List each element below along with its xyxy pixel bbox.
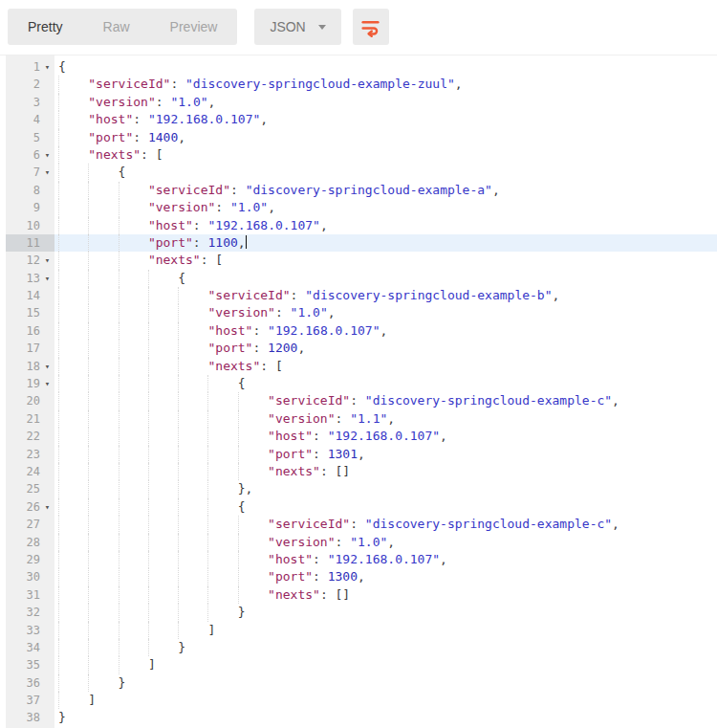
- tab-pretty[interactable]: Pretty: [8, 9, 83, 45]
- code-line[interactable]: 9"version": "1.0",: [6, 199, 717, 216]
- tab-preview[interactable]: Preview: [150, 9, 238, 45]
- code-line[interactable]: 28"version": "1.0",: [6, 534, 717, 551]
- code-line[interactable]: 24"nexts": []: [6, 463, 717, 480]
- code-line-content[interactable]: "port": 1400,: [54, 129, 185, 146]
- code-line-content[interactable]: }: [54, 674, 125, 692]
- code-line-content[interactable]: "host": "192.168.0.107",: [54, 322, 387, 340]
- language-select[interactable]: JSON: [254, 9, 340, 45]
- code-line-content[interactable]: "nexts": []: [54, 463, 350, 480]
- code-line-content[interactable]: "serviceId": "discovery-springcloud-exam…: [54, 287, 559, 304]
- code-line-content[interactable]: "nexts": [: [54, 146, 163, 164]
- fold-open-icon[interactable]: ▾: [40, 146, 54, 164]
- code-line-content[interactable]: "serviceId": "discovery-springcloud-exam…: [54, 516, 619, 533]
- line-number: 24: [6, 463, 40, 480]
- indent-guide: [238, 446, 268, 463]
- code-line[interactable]: 6▾"nexts": [: [6, 146, 717, 164]
- code-line[interactable]: 23"port": 1301,: [6, 446, 717, 463]
- code-line-content[interactable]: {: [54, 164, 125, 181]
- code-line[interactable]: 22"host": "192.168.0.107",: [6, 428, 717, 445]
- code-line-content[interactable]: "version": "1.0",: [54, 304, 336, 321]
- code-line[interactable]: 2"serviceId": "discovery-springcloud-exa…: [6, 76, 717, 93]
- code-line[interactable]: 8"serviceId": "discovery-springcloud-exa…: [6, 182, 717, 199]
- code-line[interactable]: 33]: [6, 622, 717, 639]
- code-line[interactable]: 11"port": 1100,: [6, 234, 717, 252]
- code-line-content[interactable]: "serviceId": "discovery-springcloud-exam…: [54, 182, 500, 199]
- code-line-content[interactable]: "version": "1.1",: [54, 410, 395, 428]
- code-line-content[interactable]: "host": "192.168.0.107",: [54, 217, 328, 234]
- code-line[interactable]: 14"serviceId": "discovery-springcloud-ex…: [6, 287, 717, 304]
- code-line-content[interactable]: "port": 1100,: [54, 234, 247, 252]
- code-line[interactable]: 37]: [6, 692, 717, 709]
- code-line-content[interactable]: "nexts": []: [54, 586, 350, 604]
- code-line-content[interactable]: "nexts": [: [54, 358, 283, 375]
- code-line-content[interactable]: "nexts": [: [54, 252, 223, 269]
- code-line[interactable]: 35]: [6, 656, 717, 673]
- code-line[interactable]: 34}: [6, 639, 717, 656]
- code-line[interactable]: 18▾"nexts": [: [6, 358, 717, 375]
- code-line-content[interactable]: "version": "1.0",: [54, 199, 275, 216]
- code-line[interactable]: 3"version": "1.0",: [6, 94, 717, 111]
- fold-spacer: [40, 692, 54, 709]
- code-line-content[interactable]: }: [54, 709, 66, 726]
- code-line[interactable]: 32}: [6, 604, 717, 621]
- code-line[interactable]: 29"host": "192.168.0.107",: [6, 551, 717, 568]
- code-line[interactable]: 10"host": "192.168.0.107",: [6, 217, 717, 234]
- code-line-content[interactable]: {: [54, 270, 185, 287]
- code-editor[interactable]: 1▾{2"serviceId": "discovery-springcloud-…: [0, 55, 717, 728]
- code-line-content[interactable]: }: [54, 604, 246, 621]
- fold-open-icon[interactable]: ▾: [40, 358, 54, 375]
- code-line-content[interactable]: "version": "1.0",: [54, 94, 215, 111]
- code-line-content[interactable]: "serviceId": "discovery-springcloud-exam…: [54, 392, 619, 409]
- code-line-content[interactable]: "host": "192.168.0.107",: [54, 428, 447, 445]
- fold-open-icon[interactable]: ▾: [40, 270, 54, 287]
- fold-open-icon[interactable]: ▾: [40, 498, 54, 516]
- code-line[interactable]: 20"serviceId": "discovery-springcloud-ex…: [6, 392, 717, 409]
- indent-guide: [178, 498, 207, 516]
- code-line[interactable]: 7▾{: [6, 164, 717, 181]
- code-line[interactable]: 38}: [6, 709, 717, 726]
- fold-open-icon[interactable]: ▾: [40, 252, 54, 269]
- code-line-content[interactable]: ]: [54, 656, 156, 673]
- code-line-content[interactable]: "version": "1.0",: [54, 534, 395, 551]
- indent-guide: [119, 586, 148, 604]
- indent-guide: [119, 287, 148, 304]
- code-line-content[interactable]: {: [54, 498, 246, 516]
- code-line[interactable]: 5"port": 1400,: [6, 129, 717, 146]
- code-line[interactable]: 31"nexts": []: [6, 586, 717, 604]
- code-line[interactable]: 15"version": "1.0",: [6, 304, 717, 321]
- code-line[interactable]: 21"version": "1.1",: [6, 410, 717, 428]
- code-line-content[interactable]: "serviceId": "discovery-springcloud-exam…: [54, 76, 463, 93]
- fold-open-icon[interactable]: ▾: [40, 58, 54, 76]
- code-line-content[interactable]: },: [54, 480, 252, 497]
- code-line[interactable]: 12▾"nexts": [: [6, 252, 717, 269]
- code-line-content[interactable]: "port": 1300,: [54, 568, 365, 585]
- code-line[interactable]: 25},: [6, 480, 717, 497]
- code-line[interactable]: 17"port": 1200,: [6, 340, 717, 357]
- code-line[interactable]: 13▾{: [6, 270, 717, 287]
- code-line[interactable]: 4"host": "192.168.0.107",: [6, 111, 717, 128]
- code-line[interactable]: 26▾{: [6, 498, 717, 516]
- code-line-content[interactable]: ]: [54, 692, 96, 709]
- code-line-content[interactable]: ]: [54, 622, 215, 639]
- wrap-text-button[interactable]: [353, 9, 389, 45]
- code-line[interactable]: 19▾{: [6, 375, 717, 392]
- code-line-content[interactable]: }: [54, 639, 185, 656]
- code-line-content[interactable]: "host": "192.168.0.107",: [54, 111, 268, 128]
- tab-raw[interactable]: Raw: [83, 9, 150, 45]
- code-line-content[interactable]: {: [54, 58, 66, 76]
- code-line[interactable]: 30"port": 1300,: [6, 568, 717, 585]
- fold-open-icon[interactable]: ▾: [40, 375, 54, 392]
- indent-guide: [58, 463, 88, 480]
- fold-open-icon[interactable]: ▾: [40, 164, 54, 181]
- code-line-content[interactable]: "port": 1200,: [54, 340, 305, 357]
- code-line[interactable]: 27"serviceId": "discovery-springcloud-ex…: [6, 516, 717, 533]
- code-line-content[interactable]: "host": "192.168.0.107",: [54, 551, 447, 568]
- code-line-content[interactable]: "port": 1301,: [54, 446, 365, 463]
- line-number: 31: [6, 586, 40, 604]
- indent-guide: [58, 446, 88, 463]
- code-line[interactable]: 36}: [6, 674, 717, 692]
- fold-spacer: [40, 410, 54, 428]
- code-line[interactable]: 16"host": "192.168.0.107",: [6, 322, 717, 340]
- code-line[interactable]: 1▾{: [6, 58, 717, 76]
- code-line-content[interactable]: {: [54, 375, 246, 392]
